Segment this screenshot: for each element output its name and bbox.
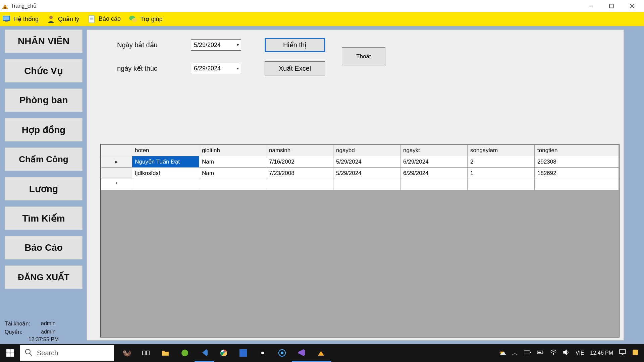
menu-report[interactable]: Báo cáo <box>87 15 121 23</box>
col-ngaybd[interactable]: ngaybd <box>333 145 400 156</box>
taskbar-copilot-icon[interactable] <box>272 344 292 362</box>
sidebar-department-button[interactable]: Phòng ban <box>5 88 83 112</box>
svg-point-36 <box>553 353 554 354</box>
cell-namsinh[interactable]: 7/23/2008 <box>266 168 333 179</box>
taskbar: Search 🦦 ⛅ ︿ VIE 12:46 PM <box>0 344 644 362</box>
menu-manage-label: Quản lý <box>58 15 79 23</box>
taskbar-search[interactable]: Search <box>20 345 114 361</box>
sidebar-logout-button[interactable]: ĐĂNG XUẤT <box>5 265 83 289</box>
start-date-value: 5/29/2024 <box>194 42 221 49</box>
col-namsinh[interactable]: namsinh <box>266 145 333 156</box>
tray-power-icon[interactable] <box>537 350 544 356</box>
col-gioitinh[interactable]: gioitinh <box>199 145 266 156</box>
cell-gioitinh[interactable]: Nam <box>199 168 266 179</box>
sidebar-department-label: Phòng ban <box>19 95 68 106</box>
cell-tongtien[interactable]: 292308 <box>535 156 619 168</box>
cell-gioitinh[interactable]: Nam <box>199 156 266 168</box>
window-minimize-button[interactable] <box>580 0 601 12</box>
cell-ngaykt[interactable]: 6/29/2024 <box>400 156 468 168</box>
table-row[interactable]: ▸ Nguyễn Tuấn Đạt Nam 7/16/2002 5/29/202… <box>101 156 619 168</box>
svg-rect-15 <box>6 349 10 353</box>
show-button[interactable]: Hiển thị <box>265 38 325 52</box>
window-close-button[interactable] <box>622 0 643 12</box>
taskbar-explorer-icon[interactable] <box>156 344 175 362</box>
col-tongtien[interactable]: tongtien <box>535 145 619 156</box>
col-songaylam[interactable]: songaylam <box>468 145 535 156</box>
start-date-label: Ngày bắt đầu <box>117 41 174 49</box>
tray-battery-icon[interactable] <box>524 350 531 356</box>
svg-line-20 <box>30 353 32 356</box>
menu-strip: Hệ thống Quản lý Báo cáo Trợ giúp <box>0 12 644 26</box>
col-ngaykt[interactable]: ngaykt <box>400 145 468 156</box>
menu-help[interactable]: Trợ giúp <box>129 15 162 23</box>
end-date-picker[interactable]: 6/29/2024 ▾ <box>191 63 241 74</box>
exit-button[interactable]: Thoát <box>342 47 385 66</box>
sidebar-timesheet-button[interactable]: Chấm Công <box>5 147 83 171</box>
svg-rect-26 <box>239 349 247 357</box>
taskbar-green-icon[interactable] <box>175 344 195 362</box>
start-button[interactable] <box>0 344 20 362</box>
tray-weather-icon[interactable]: ⛅ <box>499 350 506 357</box>
taskbar-blue-icon[interactable] <box>233 344 253 362</box>
svg-point-28 <box>261 352 264 354</box>
row-header <box>101 168 132 179</box>
start-date-picker[interactable]: 5/29/2024 ▾ <box>191 39 241 51</box>
new-row-icon: * <box>101 179 132 190</box>
tray-time[interactable]: 12:46 PM <box>590 350 613 356</box>
end-date-value: 6/29/2024 <box>194 65 221 72</box>
svg-rect-31 <box>524 351 530 354</box>
tray-notifications-icon[interactable] <box>619 349 626 357</box>
sidebar-report-button[interactable]: Báo Cáo <box>5 236 83 259</box>
taskbar-circle-icon[interactable] <box>253 344 272 362</box>
table-row[interactable]: fjdlknsfdsf Nam 7/23/2008 5/29/2024 6/29… <box>101 168 619 179</box>
chevron-down-icon: ▾ <box>237 43 239 47</box>
sidebar-contract-button[interactable]: Hợp đồng <box>5 118 83 141</box>
cell-ngaybd[interactable]: 5/29/2024 <box>333 168 400 179</box>
search-icon <box>25 349 32 358</box>
cell-ngaybd[interactable]: 5/29/2024 <box>333 156 400 168</box>
taskbar-visualstudio-icon[interactable] <box>292 344 311 362</box>
taskbar-taskview-icon[interactable] <box>136 344 156 362</box>
app-icon <box>1 2 9 10</box>
export-excel-label: Xuất Excel <box>279 64 311 72</box>
cell-hoten[interactable]: Nguyễn Tuấn Đạt <box>132 156 199 168</box>
show-button-label: Hiển thị <box>283 41 307 49</box>
cell-ngaykt[interactable]: 6/29/2024 <box>400 168 468 179</box>
taskbar-chrome-icon[interactable] <box>214 344 233 362</box>
sidebar-position-button[interactable]: Chức Vụ <box>5 59 83 82</box>
svg-rect-6 <box>3 16 9 20</box>
menu-manage[interactable]: Quản lý <box>47 15 79 23</box>
sidebar-contract-label: Hợp đồng <box>22 124 65 135</box>
cell-songaylam[interactable]: 1 <box>468 168 535 179</box>
col-hoten[interactable]: hoten <box>132 145 199 156</box>
export-excel-button[interactable]: Xuất Excel <box>265 61 325 75</box>
svg-rect-17 <box>6 353 10 357</box>
window-maximize-button[interactable] <box>601 0 622 12</box>
taskbar-vscode-icon[interactable] <box>195 344 214 362</box>
sidebar-salary-button[interactable]: Lương <box>5 177 83 200</box>
sidebar-employee-button[interactable]: NHÂN VIÊN <box>5 29 83 53</box>
svg-rect-18 <box>10 353 14 357</box>
menu-system-label: Hệ thống <box>13 15 39 23</box>
end-date-label: ngày kết thúc <box>117 64 174 72</box>
taskbar-app-icon[interactable] <box>311 344 331 362</box>
svg-rect-35 <box>538 352 541 353</box>
tray-volume-icon[interactable] <box>563 349 570 357</box>
cell-hoten[interactable]: fjdlknsfdsf <box>132 168 199 179</box>
tray-ime[interactable]: VIE <box>576 350 584 356</box>
row-indicator-icon: ▸ <box>101 156 132 168</box>
tray-misc-icon[interactable] <box>632 349 639 357</box>
menu-system[interactable]: Hệ thống <box>2 15 39 23</box>
cell-songaylam[interactable]: 2 <box>468 156 535 168</box>
taskbar-weasel-icon[interactable]: 🦦 <box>117 344 136 362</box>
cell-tongtien[interactable]: 182692 <box>535 168 619 179</box>
table-new-row[interactable]: * <box>101 179 619 190</box>
sidebar-search-button[interactable]: Tìm Kiếm <box>5 206 83 230</box>
svg-rect-22 <box>147 351 149 355</box>
svg-rect-38 <box>633 350 638 355</box>
tray-wifi-icon[interactable] <box>550 350 557 357</box>
grid-corner <box>101 145 132 156</box>
data-grid[interactable]: hoten gioitinh namsinh ngaybd ngaykt son… <box>100 144 620 338</box>
tray-chevron-up-icon[interactable]: ︿ <box>512 349 518 357</box>
cell-namsinh[interactable]: 7/16/2002 <box>266 156 333 168</box>
